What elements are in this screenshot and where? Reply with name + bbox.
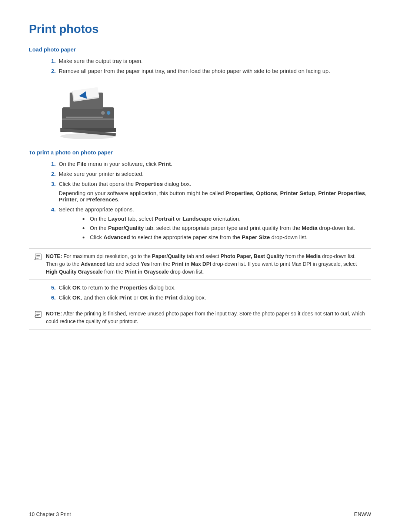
list-item: 2. Remove all paper from the paper input…: [51, 68, 371, 74]
step-text: Make sure your printer is selected.: [59, 171, 371, 177]
step-sub-note: Depending on your software application, …: [59, 190, 371, 203]
page-content: Print photos Load photo paper 1. Make su…: [0, 0, 400, 364]
step-text: On the File menu in your software, click…: [59, 161, 371, 167]
list-item: 2. Make sure your printer is selected.: [51, 171, 371, 177]
page-footer: 10 Chapter 3 Print ENWW: [0, 511, 400, 517]
note-text: NOTE: After the printing is finished, re…: [46, 310, 366, 325]
svg-rect-10: [66, 117, 103, 118]
list-item: 3. Click the button that opens the Prope…: [51, 181, 371, 203]
step-number: 2.: [51, 68, 56, 74]
bullet-item: On the Layout tab, select Portrait or La…: [89, 215, 371, 222]
footer-right: ENWW: [354, 511, 371, 517]
step-number: 6.: [51, 294, 56, 301]
step-text: Click OK to return to the Properties dia…: [59, 284, 371, 291]
list-item: 5. Click OK to return to the Properties …: [51, 284, 371, 291]
list-item: 1. Make sure the output tray is open.: [51, 58, 371, 64]
step-text: Click the button that opens the Properti…: [59, 181, 371, 203]
svg-point-9: [107, 111, 110, 115]
step-text: Select the appropriate options. On the L…: [59, 206, 371, 243]
list-item: 4. Select the appropriate options. On th…: [51, 206, 371, 243]
step-number: 2.: [51, 171, 56, 177]
note-icon: [34, 310, 42, 319]
bullet-item: On the Paper/Quality tab, select the app…: [89, 225, 371, 231]
note-text: NOTE: For maximum dpi resolution, go to …: [46, 252, 366, 276]
load-paper-steps: 1. Make sure the output tray is open. 2.…: [51, 58, 371, 74]
step-text: Remove all paper from the paper input tr…: [59, 68, 371, 74]
section-heading-load: Load photo paper: [29, 46, 371, 53]
list-item: 1. On the File menu in your software, cl…: [51, 161, 371, 167]
note-icon: [34, 253, 42, 262]
print-steps: 1. On the File menu in your software, cl…: [51, 161, 371, 243]
note-box-2: NOTE: After the printing is finished, re…: [29, 306, 371, 329]
print-steps-continued: 5. Click OK to return to the Properties …: [51, 284, 371, 301]
bullet-list: On the Layout tab, select Portrait or La…: [89, 215, 371, 240]
step-number: 4.: [51, 206, 56, 213]
step-number: 1.: [51, 58, 56, 64]
step-number: 1.: [51, 161, 56, 167]
page-title: Print photos: [29, 22, 371, 36]
note-box-1: NOTE: For maximum dpi resolution, go to …: [29, 248, 371, 280]
svg-point-11: [60, 133, 116, 139]
footer-left: 10 Chapter 3 Print: [29, 511, 71, 517]
step-text: Make sure the output tray is open.: [59, 58, 371, 64]
svg-rect-7: [62, 118, 114, 120]
svg-point-8: [101, 111, 105, 115]
section-heading-print: To print a photo on photo paper: [29, 149, 371, 155]
step-number: 5.: [51, 284, 56, 291]
printer-image: [51, 81, 371, 142]
step-number: 3.: [51, 181, 56, 187]
step-text: Click OK, and then click Print or OK in …: [59, 294, 371, 301]
bullet-item: Click Advanced to select the appropriate…: [89, 234, 371, 240]
list-item: 6. Click OK, and then click Print or OK …: [51, 294, 371, 301]
